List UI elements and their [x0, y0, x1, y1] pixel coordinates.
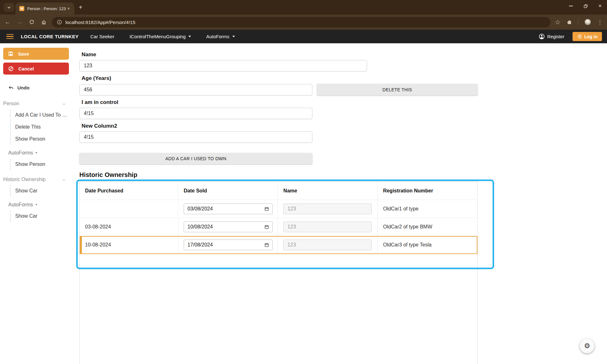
puzzle-icon: [567, 20, 572, 25]
register-button[interactable]: Register: [539, 33, 564, 39]
new-tab-button[interactable]: +: [79, 4, 83, 11]
home-icon: [41, 20, 46, 25]
url-bar[interactable]: localhost:8182/App#/Person/4!15: [52, 17, 550, 27]
car-name-input[interactable]: [283, 203, 372, 214]
add-car-button[interactable]: ADD A CAR I USED TO OWN: [79, 153, 312, 164]
sidebar: Save Cancel Undo Person – Add A Car I Us…: [0, 43, 72, 364]
brand-title: LOCAL CORE TURNKEY: [21, 34, 79, 39]
tab-search-button[interactable]: [4, 3, 14, 12]
date-sold-input[interactable]: 17/08/2024: [184, 240, 273, 250]
browser-tab-strip: M Person : Person: 123 × + ×: [0, 0, 607, 15]
site-info-icon: [57, 20, 62, 25]
minimize-icon: [569, 6, 573, 6]
login-icon: [577, 34, 582, 39]
browser-menu-button[interactable]: ⋮: [597, 19, 603, 26]
maximize-button[interactable]: [583, 3, 588, 9]
sidebar-item-show-person[interactable]: Show Person: [15, 133, 69, 145]
sidebar-item-add-a-car[interactable]: Add A Car I Used To Own...: [15, 109, 69, 121]
tab-favicon: M: [19, 6, 24, 11]
gear-icon: ⚙: [584, 342, 590, 350]
sidebar-item-show-car[interactable]: Show Car: [15, 185, 69, 197]
sidebar-item-show-person-2[interactable]: Show Person: [15, 158, 69, 170]
age-field[interactable]: [79, 84, 312, 95]
sidebar-section-historic-ownership[interactable]: Historic Ownership –: [3, 177, 69, 182]
sidebar-item-delete-this[interactable]: Delete This: [15, 121, 69, 133]
control-field[interactable]: [79, 108, 312, 119]
browser-toolbar: ← → localhost:8182/App#/Person/4!15 ☆ ⋮: [0, 15, 607, 30]
name-field[interactable]: [79, 60, 367, 71]
new-column2-label: New Column2: [82, 123, 607, 129]
caret-down-icon: [232, 36, 235, 37]
sidebar-autoforms-dropdown-2[interactable]: AutoForms: [8, 202, 69, 208]
restore-icon: [584, 4, 588, 8]
ban-icon: [8, 66, 14, 71]
undo-icon: [8, 85, 14, 90]
registration-cell: OldCar2 of type BMW: [378, 218, 477, 236]
chevron-down-icon: [7, 5, 11, 9]
caret-down-icon: [188, 36, 191, 37]
car-name-input[interactable]: [283, 240, 372, 250]
browser-tab[interactable]: M Person : Person: 123 ×: [15, 3, 74, 15]
url-text: localhost:8182/App#/Person/4!15: [65, 20, 135, 25]
car-name-input[interactable]: [283, 221, 372, 232]
save-icon: [8, 51, 13, 56]
date-sold-input[interactable]: 03/08/2024: [184, 203, 273, 214]
caret-down-icon: [35, 152, 37, 154]
registration-cell: OldCar1 of type: [378, 200, 477, 218]
calendar-icon: [264, 206, 269, 211]
minimize-button[interactable]: [568, 3, 573, 9]
nav-item-icontrolthemenugrouping[interactable]: IControlTheMenuGrouping: [126, 32, 194, 41]
column-header-name: Name: [278, 182, 377, 200]
date-purchased-cell: 10-08-2024: [80, 236, 178, 254]
app-navbar: LOCAL CORE TURNKEY Car Seeker IControlTh…: [0, 30, 607, 43]
table-row[interactable]: 03/08/2024 OldCar1 of type: [80, 200, 477, 218]
date-purchased-cell: 03-08-2024: [80, 218, 178, 236]
window-controls: ×: [568, 0, 603, 12]
collapse-icon: –: [63, 101, 65, 106]
home-button[interactable]: [39, 17, 49, 27]
settings-button[interactable]: ⚙: [580, 339, 594, 353]
main-content: Name Age (Years) DELETE THIS I am in con…: [72, 43, 607, 364]
sidebar-item-show-car-2[interactable]: Show Car: [15, 210, 69, 222]
historic-ownership-title: Historic Ownership: [79, 171, 607, 179]
table-row[interactable]: 03-08-2024 10/08/2024 OldCar2 of type BM…: [80, 218, 477, 236]
back-button[interactable]: ←: [3, 17, 13, 27]
calendar-icon: [264, 224, 269, 229]
registration-cell: OldCar3 of type Tesla: [378, 236, 477, 254]
caret-down-icon: [35, 204, 37, 205]
person-circle-icon: [539, 33, 545, 39]
tab-title: Person : Person: 123: [27, 6, 66, 11]
login-button[interactable]: Log in: [573, 32, 602, 41]
nav-item-car-seeker[interactable]: Car Seeker: [87, 32, 118, 41]
sidebar-autoforms-dropdown[interactable]: AutoForms: [8, 150, 69, 156]
delete-this-button[interactable]: DELETE THIS: [317, 84, 478, 95]
forward-button[interactable]: →: [15, 17, 25, 27]
name-label: Name: [82, 52, 607, 58]
undo-button[interactable]: Undo: [8, 85, 69, 90]
column-header-date-purchased: Date Purchased: [80, 182, 178, 200]
hamburger-icon: [6, 34, 14, 35]
nav-item-autoforms[interactable]: AutoForms: [203, 32, 238, 41]
reload-icon: [29, 20, 34, 25]
menu-button[interactable]: [6, 34, 14, 39]
extensions-button[interactable]: [567, 20, 572, 25]
control-label: I am in control: [82, 99, 607, 106]
column-header-date-sold: Date Sold: [178, 182, 278, 200]
historic-ownership-table: Date Purchased Date Sold Name Registrati…: [79, 181, 478, 364]
date-sold-input[interactable]: 10/08/2024: [184, 221, 273, 232]
collapse-icon: –: [63, 177, 65, 182]
column-header-registration-number: Registration Number: [378, 182, 477, 200]
table-row-selected[interactable]: 10-08-2024 17/08/2024 OldCar3 of type Te…: [80, 236, 477, 254]
save-button[interactable]: Save: [3, 48, 69, 60]
toolbar-right-icons: ☆ ⋮: [555, 18, 603, 26]
reload-button[interactable]: [27, 17, 37, 27]
profile-avatar[interactable]: [584, 19, 591, 26]
calendar-icon: [264, 242, 269, 247]
bookmark-star-button[interactable]: ☆: [555, 18, 561, 26]
cancel-button[interactable]: Cancel: [3, 63, 69, 75]
sidebar-section-person[interactable]: Person –: [3, 101, 69, 106]
new-column2-field[interactable]: [79, 131, 312, 143]
close-window-button[interactable]: ×: [598, 3, 603, 9]
tab-close-button[interactable]: ×: [66, 6, 71, 11]
table-header-row: Date Purchased Date Sold Name Registrati…: [80, 182, 477, 200]
